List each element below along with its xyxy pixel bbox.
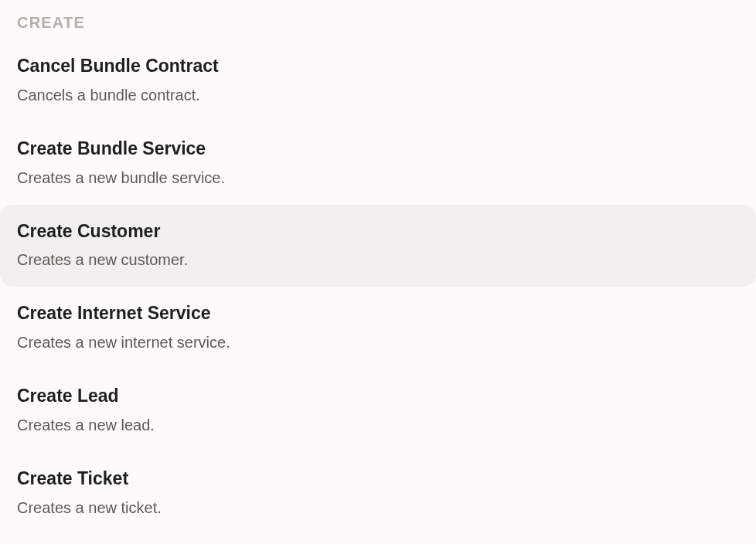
action-item-cancel-bundle-contract[interactable]: Cancel Bundle Contract Cancels a bundle …: [0, 39, 756, 122]
action-item-description: Creates a new lead.: [17, 415, 739, 435]
action-item-title: Create Bundle Service: [17, 138, 739, 160]
action-item-create-lead[interactable]: Create Lead Creates a new lead.: [0, 369, 756, 452]
action-item-description: Creates a new internet service.: [17, 332, 739, 352]
action-item-title: Create Customer: [17, 220, 739, 243]
section-header-create: CREATE: [0, 14, 756, 39]
action-list-container: CREATE Cancel Bundle Contract Cancels a …: [0, 0, 756, 535]
action-item-description: Creates a new customer.: [17, 250, 739, 270]
action-item-description: Creates a new bundle service.: [17, 168, 739, 188]
action-item-create-ticket[interactable]: Create Ticket Creates a new ticket.: [0, 452, 756, 535]
action-item-description: Cancels a bundle contract.: [17, 85, 739, 105]
action-item-title: Create Lead: [17, 385, 739, 407]
action-item-create-internet-service[interactable]: Create Internet Service Creates a new in…: [0, 287, 756, 369]
action-item-title: Create Ticket: [17, 468, 739, 490]
action-item-create-customer[interactable]: Create Customer Creates a new customer.: [0, 205, 756, 287]
action-item-description: Creates a new ticket.: [17, 498, 739, 518]
action-item-title: Create Internet Service: [17, 302, 739, 325]
action-item-create-bundle-service[interactable]: Create Bundle Service Creates a new bund…: [0, 122, 756, 205]
action-item-title: Cancel Bundle Contract: [17, 55, 739, 77]
